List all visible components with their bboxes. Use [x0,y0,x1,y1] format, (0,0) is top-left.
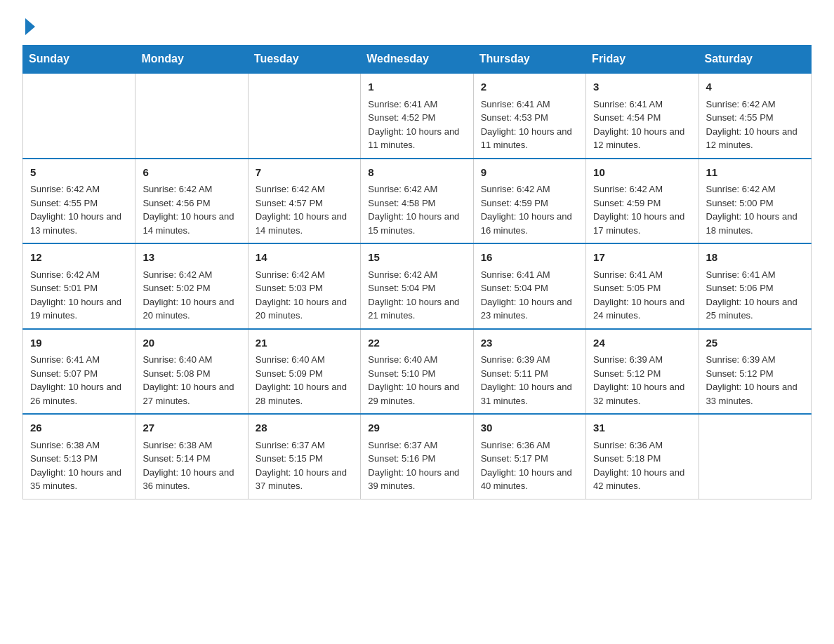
sunrise-text: Sunrise: 6:42 AM [368,184,437,194]
sunset-text: Sunset: 5:06 PM [706,283,774,293]
calendar-table: SundayMondayTuesdayWednesdayThursdayFrid… [22,45,812,499]
cell-content: 2Sunrise: 6:41 AMSunset: 4:53 PMDaylight… [481,79,578,152]
day-number: 25 [706,335,804,351]
calendar-cell [135,73,248,159]
cell-content: 18Sunrise: 6:41 AMSunset: 5:06 PMDayligh… [706,250,804,323]
sunset-text: Sunset: 4:59 PM [593,198,661,208]
cell-content: 22Sunrise: 6:40 AMSunset: 5:10 PMDayligh… [368,335,465,408]
daylight-text: Daylight: 10 hours and 25 minutes. [706,297,797,321]
daylight-text: Daylight: 10 hours and 18 minutes. [706,211,797,236]
calendar-cell: 8Sunrise: 6:42 AMSunset: 4:58 PMDaylight… [361,159,473,244]
sunrise-text: Sunrise: 6:42 AM [368,269,437,280]
calendar-week-row: 5Sunrise: 6:42 AMSunset: 4:55 PMDaylight… [23,159,812,244]
sunrise-text: Sunrise: 6:38 AM [30,440,100,450]
calendar-cell: 28Sunrise: 6:37 AMSunset: 5:15 PMDayligh… [248,414,360,499]
day-number: 3 [593,79,691,95]
sunset-text: Sunset: 4:58 PM [368,198,435,208]
sunrise-text: Sunrise: 6:42 AM [30,184,100,194]
sunset-text: Sunset: 5:01 PM [30,283,98,293]
sunset-text: Sunset: 5:04 PM [368,283,435,293]
daylight-text: Daylight: 10 hours and 39 minutes. [368,467,459,492]
cell-content: 10Sunrise: 6:42 AMSunset: 4:59 PMDayligh… [593,165,691,238]
daylight-text: Daylight: 10 hours and 20 minutes. [256,297,347,321]
cell-content: 15Sunrise: 6:42 AMSunset: 5:04 PMDayligh… [368,250,465,323]
calendar-cell: 19Sunrise: 6:41 AMSunset: 5:07 PMDayligh… [23,329,135,415]
sunset-text: Sunset: 4:53 PM [481,112,548,123]
sunset-text: Sunset: 5:12 PM [706,368,774,379]
daylight-text: Daylight: 10 hours and 12 minutes. [706,126,797,151]
calendar-cell: 30Sunrise: 6:36 AMSunset: 5:17 PMDayligh… [473,414,585,499]
day-number: 20 [143,335,240,351]
daylight-text: Daylight: 10 hours and 14 minutes. [143,211,234,236]
day-number: 28 [256,420,353,436]
day-number: 8 [368,165,465,181]
sunset-text: Sunset: 5:05 PM [593,283,661,293]
cell-content: 13Sunrise: 6:42 AMSunset: 5:02 PMDayligh… [143,250,240,323]
cell-content: 28Sunrise: 6:37 AMSunset: 5:15 PMDayligh… [256,420,353,493]
day-number: 15 [368,250,465,266]
calendar-week-row: 1Sunrise: 6:41 AMSunset: 4:52 PMDaylight… [23,73,812,159]
sunrise-text: Sunrise: 6:41 AM [593,99,663,109]
daylight-text: Daylight: 10 hours and 16 minutes. [481,211,572,236]
day-number: 14 [256,250,353,266]
day-number: 6 [143,165,240,181]
calendar-cell: 7Sunrise: 6:42 AMSunset: 4:57 PMDaylight… [248,159,360,244]
day-number: 11 [706,165,804,181]
calendar-week-row: 12Sunrise: 6:42 AMSunset: 5:01 PMDayligh… [23,243,812,329]
sunset-text: Sunset: 5:04 PM [481,283,548,293]
sunrise-text: Sunrise: 6:38 AM [143,440,212,450]
day-number: 30 [481,420,578,436]
daylight-text: Daylight: 10 hours and 11 minutes. [481,126,572,151]
calendar-header-tuesday: Tuesday [248,46,360,74]
sunrise-text: Sunrise: 6:41 AM [30,354,100,365]
calendar-cell: 9Sunrise: 6:42 AMSunset: 4:59 PMDaylight… [473,159,585,244]
day-number: 17 [593,250,691,266]
sunrise-text: Sunrise: 6:39 AM [593,354,663,365]
calendar-header-monday: Monday [135,46,248,74]
day-number: 16 [481,250,578,266]
sunrise-text: Sunrise: 6:42 AM [481,184,550,194]
daylight-text: Daylight: 10 hours and 33 minutes. [706,382,797,406]
sunrise-text: Sunrise: 6:42 AM [706,99,776,109]
sunset-text: Sunset: 5:11 PM [481,368,548,379]
calendar-cell: 26Sunrise: 6:38 AMSunset: 5:13 PMDayligh… [23,414,135,499]
sunset-text: Sunset: 5:15 PM [256,453,323,464]
sunrise-text: Sunrise: 6:42 AM [706,184,776,194]
sunrise-text: Sunrise: 6:41 AM [593,269,663,280]
calendar-header-row: SundayMondayTuesdayWednesdayThursdayFrid… [23,46,812,74]
calendar-cell: 18Sunrise: 6:41 AMSunset: 5:06 PMDayligh… [699,243,811,329]
calendar-cell: 12Sunrise: 6:42 AMSunset: 5:01 PMDayligh… [23,243,135,329]
cell-content: 23Sunrise: 6:39 AMSunset: 5:11 PMDayligh… [481,335,578,408]
daylight-text: Daylight: 10 hours and 11 minutes. [368,126,459,151]
calendar-cell: 31Sunrise: 6:36 AMSunset: 5:18 PMDayligh… [586,414,699,499]
cell-content: 19Sunrise: 6:41 AMSunset: 5:07 PMDayligh… [30,335,128,408]
calendar-cell: 17Sunrise: 6:41 AMSunset: 5:05 PMDayligh… [586,243,699,329]
sunrise-text: Sunrise: 6:41 AM [368,99,437,109]
calendar-cell: 15Sunrise: 6:42 AMSunset: 5:04 PMDayligh… [361,243,473,329]
daylight-text: Daylight: 10 hours and 26 minutes. [30,382,121,406]
sunset-text: Sunset: 5:00 PM [706,198,774,208]
cell-content: 1Sunrise: 6:41 AMSunset: 4:52 PMDaylight… [368,79,465,152]
sunrise-text: Sunrise: 6:42 AM [143,184,212,194]
cell-content: 25Sunrise: 6:39 AMSunset: 5:12 PMDayligh… [706,335,804,408]
cell-content: 29Sunrise: 6:37 AMSunset: 5:16 PMDayligh… [368,420,465,493]
day-number: 4 [706,79,804,95]
sunset-text: Sunset: 4:56 PM [143,198,210,208]
day-number: 26 [30,420,128,436]
daylight-text: Daylight: 10 hours and 36 minutes. [143,467,234,492]
sunrise-text: Sunrise: 6:40 AM [143,354,212,365]
sunrise-text: Sunrise: 6:40 AM [368,354,437,365]
day-number: 9 [481,165,578,181]
sunrise-text: Sunrise: 6:39 AM [706,354,776,365]
logo [22,17,35,32]
calendar-cell: 11Sunrise: 6:42 AMSunset: 5:00 PMDayligh… [699,159,811,244]
calendar-cell: 2Sunrise: 6:41 AMSunset: 4:53 PMDaylight… [473,73,585,159]
daylight-text: Daylight: 10 hours and 13 minutes. [30,211,121,236]
calendar-cell: 3Sunrise: 6:41 AMSunset: 4:54 PMDaylight… [586,73,699,159]
sunset-text: Sunset: 4:52 PM [368,112,435,123]
calendar-header-thursday: Thursday [473,46,585,74]
daylight-text: Daylight: 10 hours and 17 minutes. [593,211,684,236]
cell-content: 3Sunrise: 6:41 AMSunset: 4:54 PMDaylight… [593,79,691,152]
cell-content: 9Sunrise: 6:42 AMSunset: 4:59 PMDaylight… [481,165,578,238]
calendar-cell: 6Sunrise: 6:42 AMSunset: 4:56 PMDaylight… [135,159,248,244]
